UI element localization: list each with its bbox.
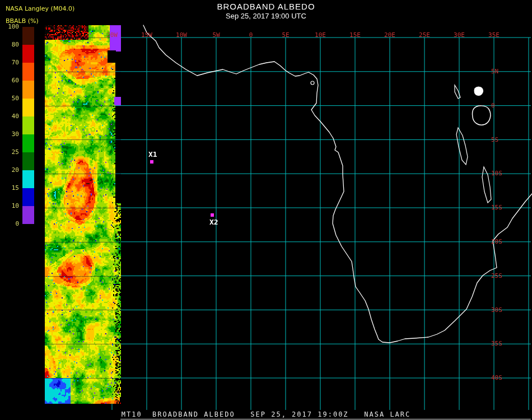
map-marker-label-x2: X2 [209,218,218,226]
colorbar-label: 0 [2,220,19,227]
colorbar-segment [22,170,34,188]
colorbar-label: 20 [2,166,19,174]
page-subtitle: Sep 25, 2017 19:00 UTC [0,12,532,20]
colorbar-scale [22,27,34,224]
colorbar-label: 70 [2,59,19,66]
colorbar-segment [22,45,34,63]
colorbar-segment [22,134,34,152]
product-credit: NASA Langley (M04.0) [6,5,74,12]
footer-caption: MT10 BROADBAND ALBEDO SEP 25, 2017 19:00… [0,410,532,418]
albedo-plot-page: BROADBAND ALBEDO Sep 25, 2017 19:00 UTC … [0,0,532,420]
colorbar-segment [22,99,34,116]
colorbar-segment [22,206,34,224]
colorbar-label: 40 [2,113,19,120]
map-markers: X1X2 [0,0,532,420]
map-marker-dot-x1 [150,160,153,164]
colorbar-segment [22,152,34,170]
colorbar-label: 10 [2,202,19,209]
colorbar-segment [22,63,34,81]
colorbar-label: 100 [2,23,19,30]
colorbar-segment [22,188,34,206]
footer-divider [120,419,531,419]
colorbar-label: 30 [2,130,19,138]
colorbar-segment [22,81,34,99]
colorbar-label: 50 [2,95,19,102]
colorbar-segment [22,116,34,134]
map-marker-dot-x2 [211,213,214,217]
map-marker-label-x1: X1 [148,150,157,158]
colorbar-label: 60 [2,77,19,84]
page-title: BROADBAND ALBEDO [0,2,532,11]
colorbar-label: 25 [2,148,19,156]
colorbar-label: 80 [2,41,19,48]
colorbar-segment [22,27,34,45]
colorbar-label: 15 [2,184,19,192]
